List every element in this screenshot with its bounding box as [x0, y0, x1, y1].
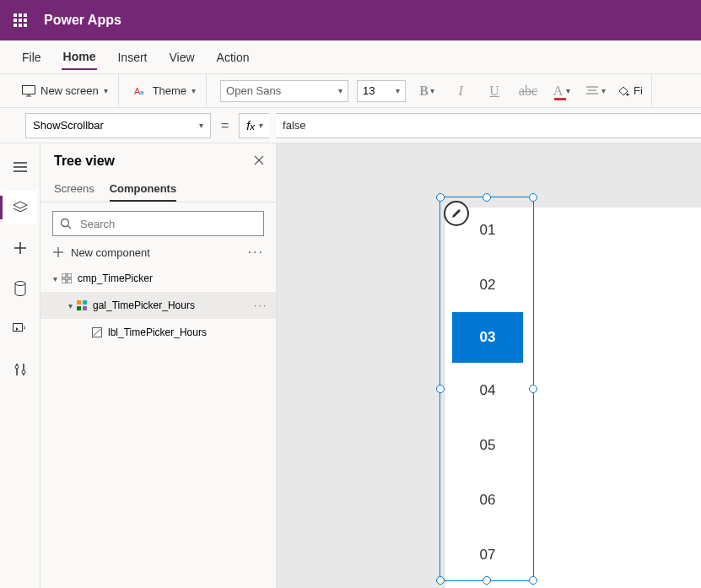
tree-item-label: lbl_TimePicker_Hours [108, 326, 207, 338]
new-screen-label: New screen [40, 84, 99, 97]
close-icon [254, 155, 264, 165]
fx-button[interactable]: fx ▾ [239, 113, 269, 138]
svg-rect-27 [67, 273, 72, 278]
screen-icon [22, 85, 35, 97]
svg-rect-28 [62, 279, 66, 283]
resize-handle[interactable] [529, 576, 537, 585]
equals-label: = [218, 118, 232, 133]
app-title: Power Apps [44, 13, 121, 28]
resize-handle[interactable] [529, 193, 537, 202]
hour-cell[interactable]: 06 [452, 472, 523, 527]
svg-rect-0 [23, 85, 35, 94]
more-button[interactable]: ··· [248, 245, 264, 260]
svg-point-17 [15, 365, 19, 369]
tree-item-gallery[interactable]: ▾ gal_TimePicker_Hours ··· [40, 292, 276, 319]
chevron-down-icon: ▾ [338, 86, 342, 95]
hamburger-icon [13, 162, 27, 172]
chevron-down-icon: ▾ [199, 121, 203, 130]
tree-search[interactable] [52, 211, 264, 236]
rail-hamburger[interactable] [3, 150, 37, 184]
search-input[interactable] [78, 217, 256, 231]
paint-bucket-icon [617, 84, 630, 98]
theme-button[interactable]: Aa Theme ▾ [132, 81, 197, 100]
font-size-select[interactable]: 13 ▾ [357, 80, 406, 102]
hour-cell[interactable]: 02 [452, 257, 523, 312]
selection-box[interactable]: 01 02 03 04 05 06 07 [439, 197, 534, 581]
layers-icon [13, 201, 28, 214]
new-component-button[interactable]: New component [52, 246, 150, 259]
resize-handle[interactable] [436, 193, 445, 202]
menu-home[interactable]: Home [62, 45, 98, 70]
tree-item-label: cmp_TimePicker [78, 272, 153, 284]
tab-components[interactable]: Components [110, 177, 176, 202]
svg-rect-33 [83, 306, 87, 310]
app-launcher-button[interactable] [0, 0, 40, 40]
property-select[interactable]: ShowScrollbar ▾ [25, 113, 211, 138]
chevron-down-icon: ▾ [258, 121, 262, 130]
formula-input[interactable]: false [276, 113, 701, 138]
svg-rect-32 [77, 306, 81, 310]
body: Tree view Screens Components New compone… [0, 143, 701, 588]
fill-button[interactable]: Fi [617, 78, 643, 104]
font-color-button[interactable]: A▾ [549, 78, 574, 104]
canvas[interactable]: 01 02 03 04 05 06 07 [277, 143, 701, 588]
svg-rect-31 [83, 300, 87, 305]
menu-action[interactable]: Action [215, 46, 251, 69]
menu-view[interactable]: View [167, 46, 196, 69]
formula-value: false [283, 119, 305, 132]
media-icon [13, 323, 28, 335]
svg-line-23 [68, 226, 72, 229]
tree-panel: Tree view Screens Components New compone… [40, 143, 277, 588]
svg-rect-15 [13, 324, 22, 332]
tree-items: ▾ cmp_TimePicker ▾ gal_TimePicker_Hours … [40, 265, 276, 346]
menu-insert[interactable]: Insert [116, 46, 148, 69]
resize-handle[interactable] [529, 385, 537, 393]
font-select[interactable]: Open Sans ▾ [220, 80, 348, 102]
rail-tree-view[interactable] [3, 191, 37, 224]
hour-cell[interactable]: 01 [452, 202, 523, 257]
tree-item-label-control[interactable]: lbl_TimePicker_Hours [40, 319, 276, 346]
svg-rect-26 [62, 273, 66, 278]
strikethrough-button[interactable]: abc [515, 78, 541, 104]
tree-item-component[interactable]: ▾ cmp_TimePicker [40, 265, 276, 292]
resize-handle[interactable] [483, 193, 491, 202]
chevron-down-icon: ▾ [64, 301, 76, 310]
menu-file[interactable]: File [20, 46, 43, 69]
menu-bar: File Home Insert View Action [0, 40, 701, 74]
new-screen-button[interactable]: New screen ▾ [20, 81, 110, 100]
chevron-down-icon: ▾ [396, 86, 400, 95]
hour-cell[interactable]: 05 [452, 418, 523, 472]
gallery-icon [76, 300, 88, 310]
waffle-icon [13, 13, 27, 27]
resize-handle[interactable] [436, 576, 445, 585]
bold-button[interactable]: B▾ [414, 78, 439, 104]
fx-icon: fx [246, 119, 255, 132]
svg-point-22 [62, 219, 69, 227]
rail-tools[interactable] [3, 353, 37, 386]
item-more-button[interactable]: ··· [254, 299, 267, 311]
svg-rect-30 [77, 300, 81, 305]
tab-screens[interactable]: Screens [54, 177, 94, 202]
label-icon [91, 327, 103, 337]
chevron-down-icon: ▾ [191, 86, 196, 95]
svg-point-14 [15, 282, 25, 286]
underline-button[interactable]: U [482, 78, 507, 104]
tools-icon [13, 363, 27, 376]
property-name: ShowScrollbar [33, 119, 104, 132]
hour-cell[interactable]: 04 [452, 363, 523, 418]
svg-text:a: a [140, 89, 144, 96]
rail-insert[interactable] [3, 231, 37, 265]
hour-cell[interactable]: 07 [452, 527, 523, 582]
font-name: Open Sans [226, 84, 281, 97]
align-button[interactable]: ▾ [583, 78, 608, 104]
svg-point-8 [627, 93, 629, 95]
resize-handle[interactable] [436, 385, 445, 393]
italic-button[interactable]: I [448, 78, 473, 104]
rail-data[interactable] [3, 272, 37, 305]
hour-cell-selected[interactable]: 03 [452, 312, 523, 363]
chevron-down-icon: ▾ [104, 86, 108, 95]
rail-media[interactable] [3, 312, 37, 346]
hours-gallery[interactable]: 01 02 03 04 05 06 07 [452, 202, 523, 582]
close-panel-button[interactable] [254, 154, 264, 168]
tree-item-label: gal_TimePicker_Hours [93, 299, 195, 311]
